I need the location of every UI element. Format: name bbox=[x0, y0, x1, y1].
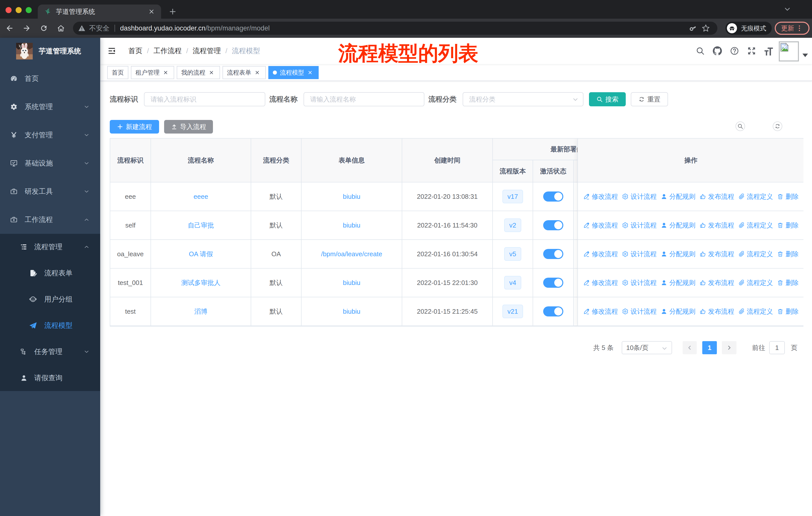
user-avatar[interactable] bbox=[779, 38, 808, 64]
forward-button[interactable] bbox=[19, 21, 34, 36]
tab-close-button[interactable] bbox=[147, 7, 156, 16]
sidebar-item-4[interactable]: 研发工具 bbox=[0, 178, 100, 206]
action-delete-link[interactable]: 删除 bbox=[777, 221, 799, 230]
action-publish-link[interactable]: 发布流程 bbox=[699, 307, 734, 316]
browser-update-button[interactable]: 更新 bbox=[775, 22, 810, 35]
traffic-light-zoom[interactable] bbox=[26, 7, 32, 13]
sidebar-item-10[interactable]: 任务管理 bbox=[0, 338, 100, 365]
browser-tab[interactable]: 芋道管理系统 bbox=[38, 4, 161, 19]
cell-version-badge[interactable]: v4 bbox=[504, 276, 521, 290]
security-label[interactable]: 不安全 bbox=[89, 24, 110, 33]
tag-3[interactable]: 流程表单 bbox=[223, 66, 266, 79]
action-assign-link[interactable]: 分配规则 bbox=[661, 278, 695, 287]
sidebar-item-9[interactable]: 流程模型 bbox=[0, 313, 100, 338]
sidebar-logo[interactable]: 芋道管理系统 bbox=[0, 38, 100, 64]
traffic-light-minimize[interactable] bbox=[16, 7, 22, 13]
action-definition-link[interactable]: 流程定义 bbox=[738, 307, 773, 316]
url-bar[interactable]: 不安全dashboard.yudao.iocoder.cn/bpm/manage… bbox=[73, 22, 717, 35]
tag-close-icon[interactable] bbox=[306, 69, 314, 76]
action-edit-link[interactable]: 修改流程 bbox=[583, 221, 618, 230]
cell-version-badge[interactable]: v2 bbox=[504, 218, 521, 232]
tab-search-button[interactable] bbox=[784, 5, 791, 12]
tag-2[interactable]: 我的流程 bbox=[177, 66, 220, 79]
action-definition-link[interactable]: 流程定义 bbox=[738, 192, 773, 201]
sidebar-item-6[interactable]: 流程管理 bbox=[0, 234, 100, 260]
hamburger-button[interactable] bbox=[100, 38, 123, 64]
cell-active-toggle[interactable] bbox=[543, 249, 563, 259]
action-publish-link[interactable]: 发布流程 bbox=[699, 221, 734, 230]
action-design-link[interactable]: 设计流程 bbox=[622, 307, 657, 316]
sidebar-item-7[interactable]: 流程表单 bbox=[0, 260, 100, 286]
action-definition-link[interactable]: 流程定义 bbox=[738, 278, 773, 287]
back-button[interactable] bbox=[2, 21, 17, 36]
breadcrumb-item-0[interactable]: 首页 bbox=[128, 46, 142, 56]
action-design-link[interactable]: 设计流程 bbox=[622, 221, 657, 230]
password-key-button[interactable] bbox=[686, 22, 699, 35]
action-delete-link[interactable]: 删除 bbox=[777, 250, 799, 259]
cell-active-toggle[interactable] bbox=[543, 191, 563, 201]
page-size-select[interactable]: 10条/页 bbox=[622, 341, 672, 354]
tag-close-icon[interactable] bbox=[207, 69, 215, 76]
action-publish-link[interactable]: 发布流程 bbox=[699, 278, 734, 287]
goto-page-input[interactable] bbox=[769, 341, 785, 354]
cell-version-badge[interactable]: v5 bbox=[504, 247, 521, 261]
traffic-light-close[interactable] bbox=[5, 7, 11, 13]
action-delete-link[interactable]: 删除 bbox=[777, 192, 799, 201]
next-page-button[interactable] bbox=[722, 341, 736, 354]
filter-name-input[interactable] bbox=[303, 92, 424, 106]
prev-page-button[interactable] bbox=[683, 341, 697, 354]
create-process-button[interactable]: 新建流程 bbox=[110, 120, 159, 134]
action-edit-link[interactable]: 修改流程 bbox=[583, 307, 618, 316]
fullscreen-button[interactable] bbox=[743, 38, 760, 64]
show-search-toggle-button[interactable] bbox=[735, 121, 745, 131]
action-edit-link[interactable]: 修改流程 bbox=[583, 250, 618, 259]
new-tab-button[interactable] bbox=[166, 5, 179, 18]
action-design-link[interactable]: 设计流程 bbox=[622, 278, 657, 287]
cell-process-name-link[interactable]: 自己审批 bbox=[188, 221, 214, 230]
bookmark-star-button[interactable] bbox=[699, 22, 712, 35]
reset-button[interactable]: 重置 bbox=[631, 92, 668, 106]
cell-process-name-link[interactable]: 滔博 bbox=[194, 307, 207, 316]
cell-form-link[interactable]: biubiu bbox=[343, 221, 360, 229]
current-page-button[interactable]: 1 bbox=[702, 341, 717, 354]
cell-process-name-link[interactable]: OA 请假 bbox=[189, 250, 213, 259]
cell-form-link[interactable]: biubiu bbox=[343, 193, 360, 200]
home-button[interactable] bbox=[53, 21, 68, 36]
cell-version-badge[interactable]: v17 bbox=[502, 190, 523, 203]
cell-form-link[interactable]: /bpm/oa/leave/create bbox=[321, 250, 382, 258]
search-submit-button[interactable]: 搜索 bbox=[589, 92, 626, 106]
action-assign-link[interactable]: 分配规则 bbox=[661, 250, 695, 259]
sidebar-item-5[interactable]: 工作流程 bbox=[0, 206, 100, 234]
cell-active-toggle[interactable] bbox=[543, 220, 563, 230]
sidebar-item-11[interactable]: 请假查询 bbox=[0, 365, 100, 391]
action-delete-link[interactable]: 删除 bbox=[777, 307, 799, 316]
cell-version-badge[interactable]: v21 bbox=[502, 305, 523, 318]
action-edit-link[interactable]: 修改流程 bbox=[583, 278, 618, 287]
github-button[interactable] bbox=[709, 38, 726, 64]
action-delete-link[interactable]: 删除 bbox=[777, 278, 799, 287]
sidebar-item-0[interactable]: 首页 bbox=[0, 64, 100, 93]
refresh-table-button[interactable] bbox=[773, 121, 782, 131]
cell-form-link[interactable]: biubiu bbox=[343, 308, 360, 316]
tag-4[interactable]: 流程模型 bbox=[268, 66, 319, 79]
breadcrumb-item-1[interactable]: 工作流程 bbox=[153, 46, 182, 56]
search-button[interactable] bbox=[692, 38, 709, 64]
action-design-link[interactable]: 设计流程 bbox=[622, 250, 657, 259]
tag-0[interactable]: 首页 bbox=[107, 66, 128, 79]
action-publish-link[interactable]: 发布流程 bbox=[699, 250, 734, 259]
sidebar-item-3[interactable]: 基础设施 bbox=[0, 149, 100, 178]
import-process-button[interactable]: 导入流程 bbox=[164, 120, 213, 134]
action-definition-link[interactable]: 流程定义 bbox=[738, 221, 773, 230]
reload-button[interactable] bbox=[36, 21, 51, 36]
cell-process-name-link[interactable]: eeee bbox=[194, 193, 208, 200]
action-assign-link[interactable]: 分配规则 bbox=[661, 221, 695, 230]
action-edit-link[interactable]: 修改流程 bbox=[583, 192, 618, 201]
font-size-button[interactable] bbox=[760, 38, 777, 64]
tag-close-icon[interactable] bbox=[162, 69, 170, 76]
tag-close-icon[interactable] bbox=[253, 69, 261, 76]
cell-active-toggle[interactable] bbox=[543, 278, 563, 288]
action-definition-link[interactable]: 流程定义 bbox=[738, 250, 773, 259]
breadcrumb-item-2[interactable]: 流程管理 bbox=[193, 46, 221, 56]
filter-category-select[interactable] bbox=[463, 92, 583, 106]
action-design-link[interactable]: 设计流程 bbox=[622, 192, 657, 201]
